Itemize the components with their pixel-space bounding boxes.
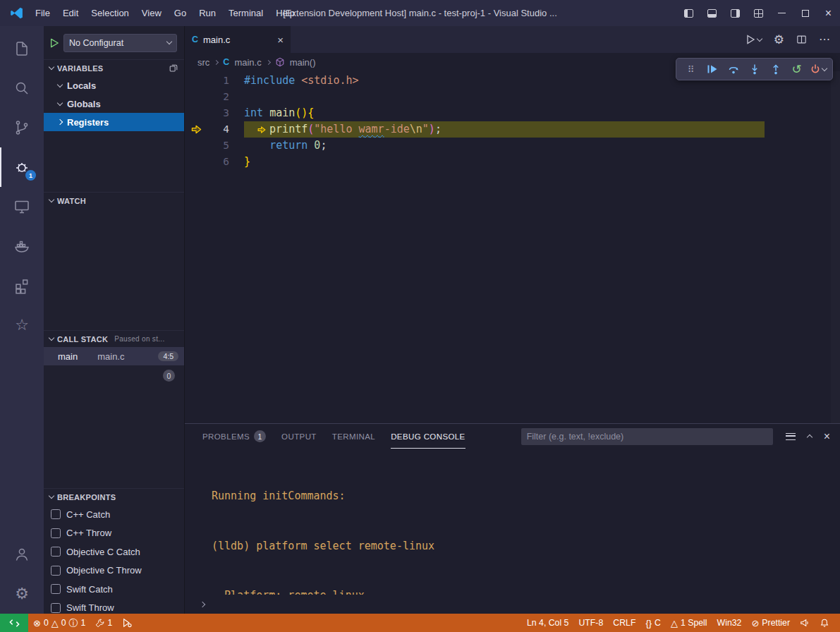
variables-header[interactable]: VARIABLES: [44, 59, 184, 76]
step-out-button[interactable]: [765, 60, 786, 78]
start-debug-icon[interactable]: [49, 38, 59, 48]
breakpoint-objc-throw[interactable]: Objective C Throw: [44, 561, 184, 581]
extensions-icon: [13, 277, 30, 294]
variables-item-registers[interactable]: Registers: [44, 113, 184, 131]
gutter[interactable]: 2: [185, 89, 244, 105]
checkbox[interactable]: [51, 566, 61, 576]
menu-view[interactable]: View: [135, 0, 168, 26]
variables-item-globals[interactable]: Globals: [44, 95, 184, 113]
cursor-position[interactable]: Ln 4, Col 5: [522, 614, 573, 632]
console-lines-icon[interactable]: [786, 433, 796, 440]
tab-close-icon[interactable]: ×: [277, 35, 284, 45]
breakpoints-header[interactable]: BREAKPOINTS: [44, 488, 184, 505]
code-editor[interactable]: 1 #include <stdio.h> 2 3 int main(){: [185, 71, 840, 423]
activity-accounts[interactable]: [0, 535, 44, 574]
toolbar-drag-handle[interactable]: ⠿: [681, 60, 701, 78]
problems-status[interactable]: ⊗0 △0 ⓘ1: [28, 614, 90, 632]
menu-edit[interactable]: Edit: [56, 0, 85, 26]
gutter[interactable]: 1: [185, 73, 244, 89]
toggle-secondary-sidebar-button[interactable]: [724, 0, 747, 26]
checkbox[interactable]: [51, 509, 61, 519]
tab-terminal[interactable]: TERMINAL: [332, 424, 375, 449]
checkbox[interactable]: [51, 547, 61, 557]
activity-favorites[interactable]: ☆: [0, 305, 44, 345]
gutter[interactable]: 3: [185, 105, 244, 121]
breakpoint-label: Swift Throw: [66, 602, 114, 613]
tab-debug-console[interactable]: DEBUG CONSOLE: [391, 424, 465, 449]
debug-toolbar: ⠿ ↺: [676, 58, 833, 80]
checkbox[interactable]: [51, 603, 61, 613]
breadcrumb-symbol[interactable]: main(): [290, 57, 316, 68]
breakpoint-swift-catch[interactable]: Swift Catch: [44, 580, 184, 599]
breakpoint-cpp-catch[interactable]: C++ Catch: [44, 505, 184, 524]
more-actions-button[interactable]: ⋯: [819, 34, 830, 45]
announcement-button[interactable]: [795, 614, 815, 632]
activity-search[interactable]: [0, 68, 44, 108]
gutter[interactable]: 5: [185, 138, 244, 154]
minimize-button[interactable]: [770, 0, 793, 26]
menu-go[interactable]: Go: [168, 0, 193, 26]
editor-scrollbar[interactable]: [831, 71, 840, 423]
remote-indicator[interactable]: [0, 614, 28, 632]
gutter[interactable]: 4: [185, 121, 244, 138]
toggle-panel-button[interactable]: [700, 0, 724, 26]
activity-explorer[interactable]: [0, 29, 44, 68]
activity-run-debug[interactable]: 1: [0, 147, 44, 187]
continue-button[interactable]: [702, 60, 722, 78]
run-or-debug-button[interactable]: [745, 34, 762, 45]
notifications-button[interactable]: [815, 614, 834, 632]
editor-settings-button[interactable]: ⚙: [774, 34, 784, 46]
customize-layout-button[interactable]: [747, 0, 770, 26]
debug-badge: 1: [25, 170, 36, 181]
platform-target[interactable]: Win32: [712, 614, 747, 632]
breakpoint-cpp-throw[interactable]: C++ Throw: [44, 524, 184, 543]
eol-sequence[interactable]: CRLF: [608, 614, 640, 632]
console-filter[interactable]: [521, 428, 773, 445]
activity-source-control[interactable]: [0, 108, 44, 147]
language-mode[interactable]: {} C: [640, 614, 666, 632]
checkbox[interactable]: [51, 584, 61, 594]
menu-terminal[interactable]: Terminal: [222, 0, 269, 26]
tab-output[interactable]: OUTPUT: [281, 424, 317, 449]
breakpoint-swift-throw[interactable]: Swift Throw: [44, 599, 184, 614]
menu-selection[interactable]: Selection: [85, 0, 135, 26]
step-over-button[interactable]: [723, 60, 743, 78]
breakpoint-objc-catch[interactable]: Objective C Catch: [44, 542, 184, 561]
encoding[interactable]: UTF-8: [573, 614, 608, 632]
menu-run[interactable]: Run: [193, 0, 222, 26]
split-editor-button[interactable]: [796, 35, 807, 44]
breadcrumb-file[interactable]: main.c: [234, 57, 261, 68]
titlebar: File Edit Selection View Go Run Terminal…: [0, 0, 840, 26]
activity-docker[interactable]: [0, 226, 44, 266]
maximize-button[interactable]: [793, 0, 817, 26]
tab-main-c[interactable]: C main.c ×: [185, 26, 291, 53]
code-line-5: 5 return 0;: [185, 138, 840, 154]
debug-status[interactable]: [117, 614, 137, 632]
open-panes-button[interactable]: [169, 63, 178, 73]
maximize-panel-chevron-icon[interactable]: [806, 435, 812, 440]
variables-item-locals[interactable]: Locals: [44, 76, 184, 95]
debug-console-input[interactable]: [185, 595, 840, 614]
breadcrumb-folder[interactable]: src: [197, 57, 209, 68]
activity-remote-explorer[interactable]: [0, 187, 44, 226]
checkbox[interactable]: [51, 528, 61, 538]
restart-button[interactable]: ↺: [786, 60, 807, 78]
close-panel-icon[interactable]: ×: [824, 431, 830, 442]
menu-file[interactable]: File: [29, 0, 56, 26]
callstack-header[interactable]: CALL STACK Paused on st...: [44, 330, 184, 347]
formatter-status[interactable]: ⊘ Prettier: [746, 614, 795, 632]
disconnect-button[interactable]: [808, 60, 828, 78]
toggle-sidebar-button[interactable]: [677, 0, 700, 26]
gutter[interactable]: 6: [185, 154, 244, 170]
watch-header[interactable]: WATCH: [44, 192, 184, 209]
step-into-button[interactable]: [744, 60, 765, 78]
activity-extensions[interactable]: [0, 266, 44, 305]
filter-input[interactable]: [521, 432, 773, 442]
callstack-frame-row[interactable]: main main.c 4:5: [44, 347, 184, 365]
tasks-status[interactable]: 1: [90, 614, 117, 632]
activity-settings[interactable]: ⚙: [0, 574, 44, 614]
close-button[interactable]: ×: [817, 0, 840, 26]
debug-config-dropdown[interactable]: No Configurat: [63, 34, 177, 52]
tab-problems[interactable]: PROBLEMS 1: [202, 424, 266, 449]
spell-checker-status[interactable]: △ 1 Spell: [666, 614, 712, 632]
